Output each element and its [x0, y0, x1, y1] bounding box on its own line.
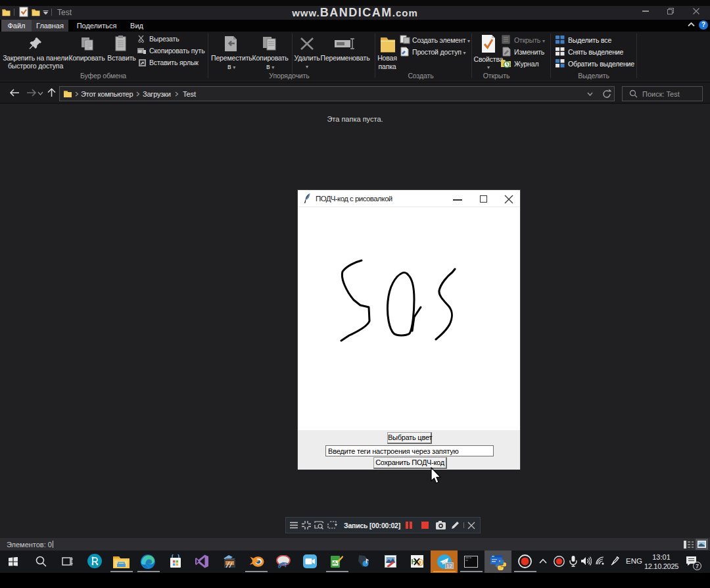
svg-text:W: W: [138, 49, 142, 53]
